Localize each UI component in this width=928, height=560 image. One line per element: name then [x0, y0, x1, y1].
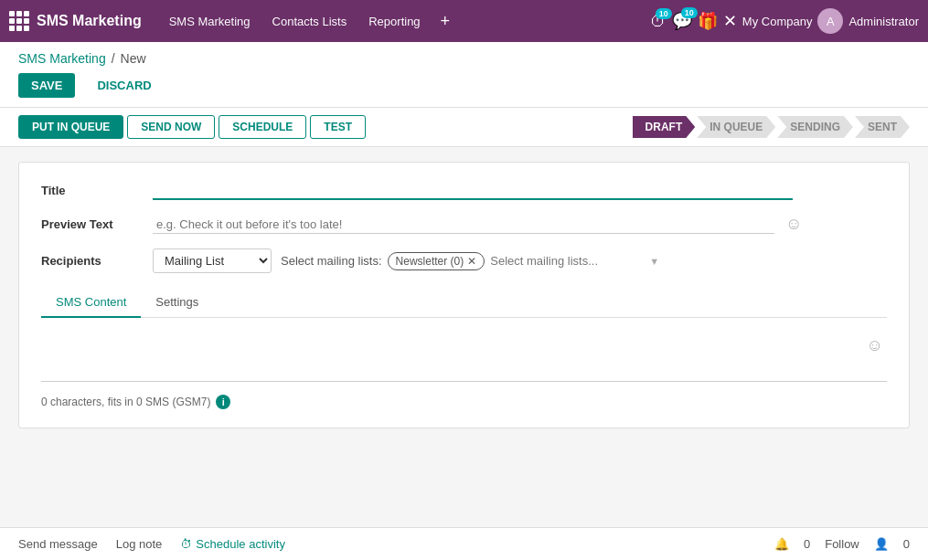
- workflow-bar: PUT IN QUEUE SEND NOW SCHEDULE TEST DRAF…: [0, 108, 928, 147]
- discard-button[interactable]: DISCARD: [84, 73, 164, 98]
- recipients-controls: Mailing List Select mailing lists: Newsl…: [153, 248, 887, 273]
- schedule-button[interactable]: SCHEDULE: [219, 115, 306, 139]
- form-actions: SAVE DISCARD: [18, 73, 910, 98]
- topnav-icons: ⏱ 10 💬 10 🎁 ✕ My Company A Administrator: [650, 8, 919, 34]
- title-row: Title: [41, 181, 887, 200]
- pipeline-in-queue-label: IN QUEUE: [709, 121, 763, 133]
- content-tabs: SMS Content Settings: [41, 288, 887, 318]
- breadcrumb: SMS Marketing / New: [18, 51, 910, 66]
- top-menu: SMS Marketing Contacts Lists Reporting +: [160, 8, 641, 35]
- select-mailing-label: Select mailing lists:: [281, 254, 382, 268]
- sms-content-area: ☺: [41, 333, 887, 387]
- save-button[interactable]: SAVE: [18, 73, 75, 98]
- char-count-text: 0 characters, fits in 0 SMS (GSM7): [41, 396, 210, 408]
- app-logo[interactable]: SMS Marketing: [9, 11, 142, 31]
- emoji-button[interactable]: ☺: [867, 336, 883, 355]
- mailing-list-selector: Select mailing lists: Newsletter (0) ✕ ▼: [281, 252, 659, 270]
- pipeline-sending[interactable]: SENDING: [777, 116, 853, 138]
- subheader: SMS Marketing / New SAVE DISCARD: [0, 42, 928, 108]
- preview-text-input[interactable]: [153, 216, 774, 234]
- nav-contacts-lists[interactable]: Contacts Lists: [263, 9, 357, 34]
- tab-settings[interactable]: Settings: [141, 288, 213, 318]
- clock-activity-icon[interactable]: ⏱ 10: [650, 12, 667, 31]
- tab-sms-content[interactable]: SMS Content: [41, 288, 141, 318]
- title-label: Title: [41, 184, 142, 197]
- emoji-preview-icon[interactable]: ☺: [785, 215, 802, 234]
- clock-badge: 10: [656, 8, 672, 19]
- mailing-search-input[interactable]: [490, 254, 644, 268]
- recipients-row: Recipients Mailing List Select mailing l…: [41, 248, 887, 273]
- add-menu-item-button[interactable]: +: [433, 8, 458, 35]
- breadcrumb-parent[interactable]: SMS Marketing: [18, 51, 106, 66]
- close-icon[interactable]: ✕: [723, 11, 737, 31]
- info-icon[interactable]: i: [216, 395, 230, 409]
- grid-icon: [9, 11, 29, 31]
- recipients-select[interactable]: Mailing List: [153, 248, 272, 273]
- pipeline-sent-label: SENT: [868, 121, 897, 133]
- pipeline-draft-label: DRAFT: [645, 121, 683, 133]
- main-content: Title Preview Text ☺ Recipients Mailing …: [0, 147, 928, 502]
- pipeline-in-queue[interactable]: IN QUEUE: [697, 116, 775, 138]
- app-title: SMS Marketing: [37, 13, 142, 29]
- avatar[interactable]: A: [817, 8, 843, 34]
- breadcrumb-current: New: [121, 51, 146, 66]
- preview-text-row: Preview Text ☺: [41, 215, 887, 234]
- preview-label: Preview Text: [41, 217, 142, 231]
- recipients-label: Recipients: [41, 254, 142, 268]
- title-input[interactable]: [153, 181, 793, 200]
- breadcrumb-separator: /: [112, 51, 115, 66]
- avatar-letter: A: [827, 15, 835, 28]
- nav-reporting[interactable]: Reporting: [359, 9, 429, 34]
- status-pipeline: DRAFT IN QUEUE SENDING SENT: [633, 116, 910, 138]
- char-count: 0 characters, fits in 0 SMS (GSM7) i: [41, 395, 887, 409]
- put-in-queue-button[interactable]: PUT IN QUEUE: [18, 115, 123, 139]
- admin-name: Administrator: [848, 15, 919, 28]
- company-name[interactable]: My Company: [742, 15, 813, 28]
- send-now-button[interactable]: SEND NOW: [127, 115, 215, 139]
- form-card: Title Preview Text ☺ Recipients Mailing …: [18, 162, 910, 428]
- chat-badge: 10: [681, 7, 698, 18]
- mailing-dropdown-arrow[interactable]: ▼: [649, 256, 659, 267]
- newsletter-tag: Newsletter (0) ✕: [388, 252, 485, 270]
- remove-newsletter-tag[interactable]: ✕: [467, 255, 476, 268]
- pipeline-draft[interactable]: DRAFT: [633, 116, 696, 138]
- pipeline-sent[interactable]: SENT: [855, 116, 910, 138]
- nav-sms-marketing[interactable]: SMS Marketing: [160, 9, 260, 34]
- sms-textarea[interactable]: [41, 333, 887, 382]
- test-button[interactable]: TEST: [310, 115, 366, 139]
- newsletter-tag-label: Newsletter (0): [396, 255, 464, 268]
- pipeline-sending-label: SENDING: [790, 121, 840, 133]
- top-navigation: SMS Marketing SMS Marketing Contacts Lis…: [0, 0, 928, 42]
- gift-icon[interactable]: 🎁: [698, 11, 718, 31]
- chat-icon[interactable]: 💬 10: [672, 11, 692, 31]
